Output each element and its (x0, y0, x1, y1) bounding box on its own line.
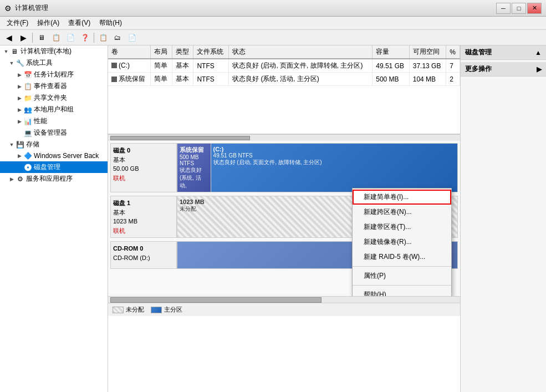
menu-file[interactable]: 文件(F) (2, 17, 33, 29)
part-sys-name: 系统保留 (180, 146, 208, 154)
disk-0-name: 磁盘 0 (113, 146, 174, 155)
col-vol: 卷 (108, 45, 151, 59)
disk-1-name: 磁盘 1 (113, 198, 174, 208)
toolbar-btn-6[interactable]: 🗂 (111, 32, 124, 44)
tree-label-shared: 共享文件夹 (34, 93, 67, 103)
partition-sys-reserved[interactable]: 系统保留 500 MB NTFS 状态良好 (系统, 活动, (177, 144, 211, 192)
action-section-disk-mgmt[interactable]: 磁盘管理 ▲ (461, 45, 546, 60)
cell-layout: 简单 (151, 73, 172, 86)
tree-item-shared[interactable]: ▶ 📁 共享文件夹 (0, 92, 108, 104)
cdrom-type: CD-ROM (D:) (113, 253, 174, 263)
tree-item-event-viewer[interactable]: ▶ 📋 事件查看器 (0, 80, 108, 92)
ctx-new-mirror[interactable]: 新建镜像卷(R)... (353, 235, 451, 250)
expand-system-tools[interactable]: ▼ (8, 59, 16, 67)
tree-item-device-manager[interactable]: 💻 设备管理器 (0, 127, 108, 139)
disk-table: 卷 布局 类型 文件系统 状态 容量 可用空间 % (108, 45, 460, 86)
action-more-arrow: ▶ (537, 65, 542, 73)
part-c-status: 状态良好 (启动, 页面文件, 故障转储, 主分区) (213, 159, 455, 166)
menu-view[interactable]: 查看(V) (64, 17, 95, 29)
table-row[interactable]: (C:) 简单 基本 NTFS 状态良好 (启动, 页面文件, 故障转储, 主分… (108, 59, 460, 73)
tree-content: ▼ 🖥 计算机管理(本地) ▼ 🔧 系统工具 ▶ 📅 任务计划程序 ▶ 📋 事件… (0, 45, 108, 378)
window-title: 计算机管理 (15, 3, 48, 13)
ctx-help[interactable]: 帮助(H) (353, 287, 451, 296)
part-c-size: 49.51 GB NTFS (213, 152, 455, 159)
expand-wsb[interactable]: ▶ (16, 152, 23, 160)
disk-1-type: 基本 (113, 208, 174, 217)
disk-row-0: 磁盘 0 基本 50.00 GB 联机 系统保留 500 MB NTFS 状态良… (110, 143, 458, 192)
maximize-button[interactable]: □ (512, 3, 526, 14)
minimize-button[interactable]: ─ (496, 3, 511, 14)
content-panel: 卷 布局 类型 文件系统 状态 容量 可用空间 % (108, 45, 460, 392)
context-menu: 新建简单卷(I)... 新建跨区卷(N)... 新建带区卷(T)... 新建镜像… (352, 188, 452, 296)
tree-item-task-scheduler[interactable]: ▶ 📅 任务计划程序 (0, 69, 108, 80)
disk-legend: 未分配 主分区 (108, 303, 460, 316)
tree-item-system-tools[interactable]: ▼ 🔧 系统工具 (0, 57, 108, 69)
col-pct: % (446, 45, 460, 59)
disk-0-info: 磁盘 0 基本 50.00 GB 联机 (110, 143, 177, 192)
col-free: 可用空间 (409, 45, 446, 59)
toolbar-btn-5[interactable]: 📋 (96, 32, 110, 44)
part-sys-status: 状态良好 (系统, 活动, (180, 166, 208, 190)
ctx-new-spanned[interactable]: 新建跨区卷(N)... (353, 205, 451, 220)
cell-capacity: 500 MB (372, 73, 409, 86)
expand-storage[interactable]: ▼ (8, 141, 16, 149)
back-button[interactable]: ◀ (2, 32, 16, 44)
ctx-properties[interactable]: 属性(P) (353, 268, 451, 283)
disk-1-status: 联机 (113, 226, 174, 236)
toolbar-btn-3[interactable]: 📄 (64, 32, 77, 44)
cell-fs: NTFS (193, 59, 229, 73)
action-title-arrow: ▲ (535, 49, 542, 57)
expand-root[interactable]: ▼ (2, 48, 10, 55)
cell-vol: 系统保留 (108, 73, 151, 86)
table-scrollbar[interactable] (108, 134, 460, 141)
tree-item-wsb[interactable]: ▶ 🔷 Windows Server Back (0, 150, 108, 161)
toolbar-btn-2[interactable]: 📋 (49, 32, 63, 44)
table-row[interactable]: 系统保留 简单 基本 NTFS 状态良好 (系统, 活动, 主分区) 500 M… (108, 73, 460, 86)
tree-item-root[interactable]: ▼ 🖥 计算机管理(本地) (0, 45, 108, 57)
expand-event[interactable]: ▶ (16, 83, 23, 90)
action-section-more[interactable]: 更多操作 ▶ (461, 62, 546, 77)
toolbar-btn-7[interactable]: 📄 (125, 32, 139, 44)
expand-perf[interactable]: ▶ (16, 118, 23, 125)
expand-shared[interactable]: ▶ (16, 94, 23, 102)
legend-unalloc-color (113, 307, 124, 313)
tree-item-local-users[interactable]: ▶ 👥 本地用户和组 (0, 104, 108, 115)
ctx-new-simple[interactable]: 新建简单卷(I)... (353, 190, 451, 205)
computer-button[interactable]: 🖥 (35, 32, 48, 44)
legend-primary-color (151, 307, 162, 313)
action-panel: 磁盘管理 ▲ 更多操作 ▶ (460, 45, 546, 392)
action-more-label: 更多操作 (465, 64, 492, 74)
disk-map-area: 磁盘 0 基本 50.00 GB 联机 系统保留 500 MB NTFS 状态良… (108, 141, 460, 296)
forward-button[interactable]: ▶ (17, 32, 30, 44)
menu-help[interactable]: 帮助(H) (95, 17, 126, 29)
close-button[interactable]: ✕ (527, 3, 542, 14)
help-button[interactable]: ❓ (78, 32, 91, 44)
disk-0-size: 50.00 GB (113, 164, 174, 174)
app-icon: ⚙ (4, 4, 12, 13)
scrollbar-thumb[interactable] (110, 297, 322, 303)
shared-icon: 📁 (23, 94, 32, 103)
expand-services[interactable]: ▶ (8, 175, 16, 183)
action-title-label: 磁盘管理 (465, 48, 492, 57)
tree-item-services[interactable]: ▶ ⚙ 服务和应用程序 (0, 173, 108, 185)
tree-item-performance[interactable]: ▶ 📊 性能 (0, 115, 108, 127)
toolbar-sep-2 (94, 33, 94, 43)
expand-users[interactable]: ▶ (16, 106, 23, 114)
toolbar-sep-1 (32, 33, 33, 43)
ctx-new-striped[interactable]: 新建带区卷(T)... (353, 220, 451, 235)
tree-label-system-tools: 系统工具 (26, 58, 53, 68)
tree-item-storage[interactable]: ▼ 💾 存储 (0, 139, 108, 150)
disk-map-scrollbar[interactable] (108, 296, 460, 303)
toolbar: ◀ ▶ 🖥 📋 📄 ❓ 📋 🗂 📄 (0, 30, 546, 45)
expand-task[interactable]: ▶ (16, 71, 23, 79)
cdrom-info: CD-ROM 0 CD-ROM (D:) (110, 241, 177, 269)
main-layout: ▼ 🖥 计算机管理(本地) ▼ 🔧 系统工具 ▶ 📅 任务计划程序 ▶ 📋 事件… (0, 45, 546, 392)
system-tools-icon: 🔧 (16, 59, 24, 68)
partition-c-drive[interactable]: (C:) 49.51 GB NTFS 状态良好 (启动, 页面文件, 故障转储,… (211, 144, 457, 192)
col-type: 类型 (172, 45, 193, 59)
disk-1-info: 磁盘 1 基本 1023 MB 联机 (110, 196, 177, 238)
cell-free: 37.13 GB (409, 59, 446, 73)
menu-action[interactable]: 操作(A) (33, 17, 64, 29)
ctx-new-raid5[interactable]: 新建 RAID-5 卷(W)... (353, 250, 451, 264)
tree-item-disk-management[interactable]: 💿 磁盘管理 (0, 161, 108, 173)
